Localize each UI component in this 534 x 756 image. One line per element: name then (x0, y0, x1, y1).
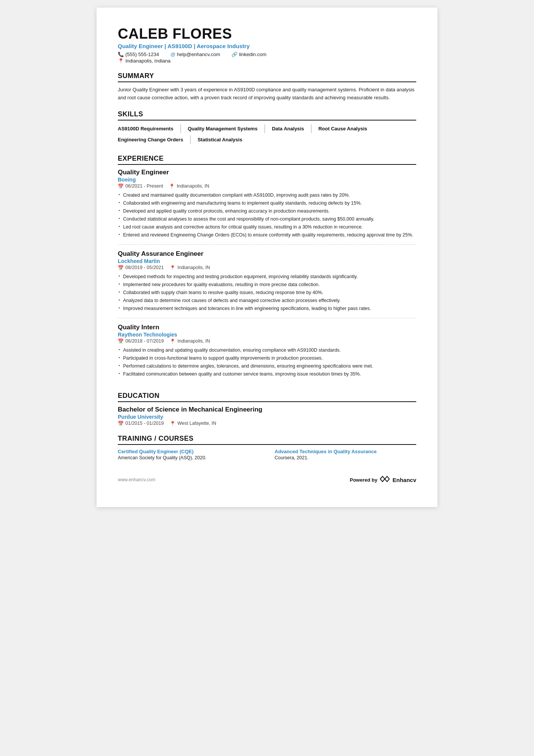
experience-title: EXPERIENCE (118, 155, 416, 165)
bullet-item: Led root cause analysis and corrective a… (118, 223, 416, 231)
location-pin-icon: 📍 (170, 338, 176, 344)
linkedin-icon: 🔗 (231, 52, 237, 57)
training-name: Certified Quality Engineer (CQE) (118, 449, 259, 454)
location-pin-icon: 📍 (170, 265, 176, 271)
powered-by: Powered by Enhancv (350, 476, 417, 484)
location-item: 📍 Indianapolis, IN (169, 183, 209, 189)
location-text: Indianapolis, Indiana (125, 58, 170, 64)
degree-title: Bachelor of Science in Mechanical Engine… (118, 406, 416, 413)
powered-by-text: Powered by (350, 477, 378, 483)
bullet-item: Participated in cross-functional teams t… (118, 354, 416, 362)
bullet-item: Analyzed data to determine root causes o… (118, 297, 416, 304)
training-title: TRAINING / COURSES (118, 435, 416, 445)
exp-dates: 06/2018 - 07/2019 (125, 338, 164, 344)
bullet-list: Created and maintained quality documenta… (118, 191, 416, 239)
email-contact: @ help@enhancv.com (170, 52, 220, 57)
candidate-name: CALEB FLORES (118, 26, 416, 42)
dates-item: 📅 06/2018 - 07/2019 (118, 338, 164, 344)
training-name: Advanced Techniques in Quality Assurance (275, 449, 416, 454)
footer: www.enhancv.com Powered by Enhancv (118, 476, 416, 484)
exp-dates: 06/2021 - Present (125, 183, 163, 189)
experience-entry: Quality Engineer Boeing 📅 06/2021 - Pres… (118, 169, 416, 245)
phone-number: (555) 555-1234 (125, 52, 159, 57)
bullet-item: Performed calculations to determine angl… (118, 362, 416, 370)
bullet-item: Collaborated with supply chain teams to … (118, 289, 416, 296)
experience-section: EXPERIENCE Quality Engineer Boeing 📅 06/… (118, 155, 416, 383)
calendar-icon: 📅 (118, 265, 124, 271)
footer-website: www.enhancv.com (118, 477, 155, 482)
bullet-item: Conducted statistical analyses to assess… (118, 215, 416, 223)
bullet-item: Collaborated with engineering and manufa… (118, 199, 416, 207)
education-section: EDUCATION Bachelor of Science in Mechani… (118, 392, 416, 426)
exp-dates: 08/2019 - 05/2021 (125, 265, 164, 270)
training-item: Advanced Techniques in Quality Assurance… (275, 449, 416, 460)
bullet-item: Developed and applied quality control pr… (118, 207, 416, 215)
skills-row2: Engineering Change OrdersStatistical Ana… (118, 135, 416, 146)
bullet-list: Assisted in creating and updating qualit… (118, 346, 416, 378)
training-item: Certified Quality Engineer (CQE) America… (118, 449, 259, 460)
calendar-icon: 📅 (118, 338, 124, 344)
bullet-item: Facilitated communication between qualit… (118, 370, 416, 378)
exp-location: Indianapolis, IN (176, 183, 209, 189)
bullet-item: Assisted in creating and updating qualit… (118, 346, 416, 354)
job-title: Quality Assurance Engineer (118, 250, 416, 258)
edu-location: West Lafayette, IN (177, 421, 216, 426)
summary-section: SUMMARY Junior Quality Engineer with 3 y… (118, 72, 416, 102)
summary-title: SUMMARY (118, 72, 416, 82)
training-grid: Certified Quality Engineer (CQE) America… (118, 449, 416, 460)
calendar-icon: 📅 (118, 421, 124, 426)
skills-row1: AS9100D RequirementsQuality Management S… (118, 124, 416, 135)
exp-meta: 📅 06/2018 - 07/2019 📍 Indianapolis, IN (118, 338, 416, 344)
location-row: 📍 Indianapolis, Indiana (118, 58, 416, 64)
bullet-item: Implemented new procedures for quality e… (118, 281, 416, 288)
school-name: Purdue University (118, 414, 416, 420)
education-entry: Bachelor of Science in Mechanical Engine… (118, 406, 416, 426)
job-title: Quality Intern (118, 324, 416, 331)
experience-entry: Quality Intern Raytheon Technologies 📅 0… (118, 324, 416, 383)
skill-item: Statistical Analysis (198, 135, 249, 144)
bullet-item: Entered and reviewed Engineering Change … (118, 231, 416, 239)
dates-item: 📅 06/2021 - Present (118, 183, 163, 189)
location-item: 📍 Indianapolis, IN (170, 265, 210, 271)
header: CALEB FLORES Quality Engineer | AS9100D … (118, 26, 416, 64)
company-name: Boeing (118, 177, 416, 183)
bullet-list: Developed methods for inspecting and tes… (118, 273, 416, 312)
bullet-item: Developed methods for inspecting and tes… (118, 273, 416, 280)
resume-page: CALEB FLORES Quality Engineer | AS9100D … (97, 8, 437, 507)
skill-item: Root Cause Analysis (319, 124, 374, 133)
job-title: Quality Engineer (118, 169, 416, 176)
exp-meta: 📅 08/2019 - 05/2021 📍 Indianapolis, IN (118, 265, 416, 271)
location-pin-icon: 📍 (169, 183, 175, 189)
bullet-item: Improved measurement techniques and tole… (118, 305, 416, 312)
summary-text: Junior Quality Engineer with 3 years of … (118, 86, 416, 102)
linkedin-contact: 🔗 linkedin.com (231, 52, 266, 57)
skill-item: Engineering Change Orders (118, 135, 191, 144)
exp-location: Indianapolis, IN (177, 265, 210, 270)
exp-meta: 📅 06/2021 - Present 📍 Indianapolis, IN (118, 183, 416, 189)
linkedin-url: linkedin.com (239, 52, 266, 57)
skill-item: Data Analysis (272, 124, 312, 133)
training-provider: Coursera, 2021. (275, 455, 416, 460)
contact-row: 📞 (555) 555-1234 @ help@enhancv.com 🔗 li… (118, 52, 416, 57)
phone-contact: 📞 (555) 555-1234 (118, 52, 159, 57)
location-icon: 📍 (118, 58, 124, 64)
calendar-icon: 📅 (118, 183, 124, 189)
education-title: EDUCATION (118, 392, 416, 402)
email-address: help@enhancv.com (177, 52, 220, 57)
edu-dates-item: 📅 01/2015 - 01/2019 (118, 421, 164, 426)
training-section: TRAINING / COURSES Certified Quality Eng… (118, 435, 416, 460)
email-icon: @ (170, 52, 175, 57)
edu-meta: 📅 01/2015 - 01/2019 📍 West Lafayette, IN (118, 421, 416, 426)
experience-entry: Quality Assurance Engineer Lockheed Mart… (118, 250, 416, 318)
brand-name: Enhancv (392, 477, 416, 483)
skills-title: SKILLS (118, 110, 416, 121)
company-name: Lockheed Martin (118, 258, 416, 264)
enhancv-icon (379, 476, 390, 484)
location-item: 📍 Indianapolis, IN (170, 338, 210, 344)
training-provider: American Society for Quality (ASQ), 2020… (118, 455, 259, 460)
edu-location-item: 📍 West Lafayette, IN (170, 421, 216, 426)
skill-item: Quality Management Systems (188, 124, 265, 133)
edu-dates: 01/2015 - 01/2019 (125, 421, 164, 426)
location-icon-edu: 📍 (170, 421, 176, 426)
dates-item: 📅 08/2019 - 05/2021 (118, 265, 164, 271)
